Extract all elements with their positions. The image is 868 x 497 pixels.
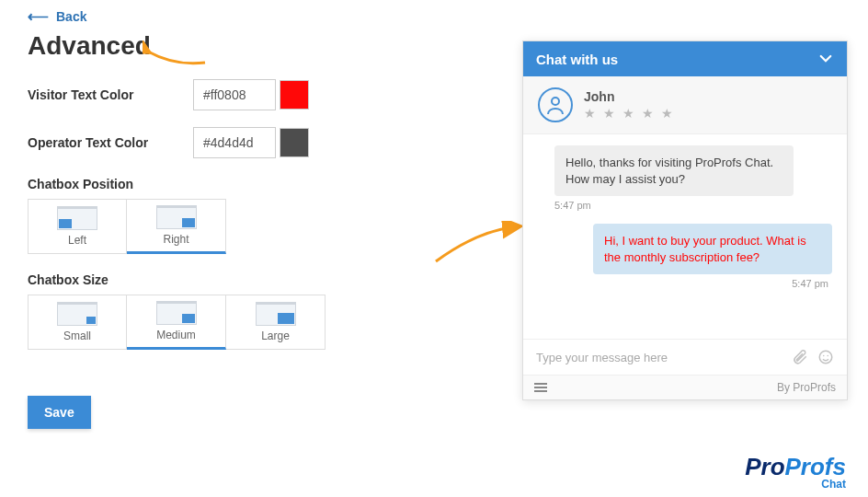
position-thumb-left-icon xyxy=(57,206,97,230)
chevron-down-icon xyxy=(817,51,834,67)
save-button[interactable]: Save xyxy=(28,396,91,429)
chat-preview: Chat with us John ★ ★ ★ ★ ★ Hello, thank… xyxy=(522,40,848,400)
chat-footer: By ProProfs xyxy=(523,375,847,399)
svg-point-0 xyxy=(552,98,559,105)
visitor-color-input[interactable] xyxy=(193,79,276,110)
brand-b: Profs xyxy=(785,453,846,480)
back-link[interactable]: ⟵ Back xyxy=(28,9,469,24)
svg-point-3 xyxy=(828,355,829,357)
size-option-label: Small xyxy=(63,329,91,342)
message-timestamp: 5:47 pm xyxy=(554,200,828,211)
visitor-color-label: Visitor Text Color xyxy=(28,87,193,102)
position-thumb-right-icon xyxy=(156,205,197,229)
operator-color-label: Operator Text Color xyxy=(28,135,193,150)
brand-a: Pro xyxy=(745,453,784,480)
message-operator: Hello, thanks for visiting ProProfs Chat… xyxy=(554,145,794,196)
size-thumb-small-icon xyxy=(57,302,97,326)
operator-meta: John ★ ★ ★ ★ ★ xyxy=(584,89,675,121)
message-visitor: Hi, I want to buy your product. What is … xyxy=(593,224,832,274)
settings-panel: ⟵ Back Advanced Visitor Text Color Opera… xyxy=(28,9,469,429)
chat-header[interactable]: Chat with us xyxy=(523,41,847,76)
avatar-icon xyxy=(538,87,573,122)
menu-icon[interactable] xyxy=(534,383,547,392)
back-arrow-icon: ⟵ xyxy=(28,9,49,24)
chat-footer-credit: By ProProfs xyxy=(777,381,836,394)
size-options: Small Medium Large xyxy=(28,295,469,350)
position-label: Chatbox Position xyxy=(28,177,469,191)
attachment-icon[interactable] xyxy=(792,349,808,365)
size-option-medium[interactable]: Medium xyxy=(127,295,226,350)
chat-operator-bar: John ★ ★ ★ ★ ★ xyxy=(523,76,847,134)
back-label: Back xyxy=(56,9,86,24)
position-option-label: Right xyxy=(163,233,188,246)
size-option-label: Large xyxy=(261,329,290,342)
position-options: Left Right xyxy=(28,199,469,254)
position-option-label: Left xyxy=(68,234,86,247)
position-option-left[interactable]: Left xyxy=(28,199,127,254)
svg-point-1 xyxy=(819,351,832,364)
chat-input-bar[interactable]: Type your message here xyxy=(523,339,847,375)
visitor-color-row: Visitor Text Color xyxy=(28,79,469,110)
operator-name: John xyxy=(584,89,675,104)
emoji-icon[interactable] xyxy=(817,349,834,365)
rating-stars[interactable]: ★ ★ ★ ★ ★ xyxy=(584,106,675,121)
size-label: Chatbox Size xyxy=(28,272,469,287)
size-thumb-medium-icon xyxy=(156,301,197,325)
page-title: Advanced xyxy=(28,31,469,61)
position-option-right[interactable]: Right xyxy=(127,199,226,254)
size-option-large[interactable]: Large xyxy=(226,295,326,350)
svg-point-2 xyxy=(823,355,825,357)
visitor-color-swatch[interactable] xyxy=(280,80,309,110)
operator-color-swatch[interactable] xyxy=(280,128,309,157)
brand-logo: ProProfs Chat xyxy=(745,455,846,490)
size-option-small[interactable]: Small xyxy=(28,295,127,350)
size-thumb-large-icon xyxy=(256,302,296,326)
operator-color-input[interactable] xyxy=(193,127,276,158)
chat-header-title: Chat with us xyxy=(536,52,618,67)
size-option-label: Medium xyxy=(156,329,196,341)
chat-input-placeholder: Type your message here xyxy=(536,351,782,364)
chat-body: Hello, thanks for visiting ProProfs Chat… xyxy=(523,134,847,339)
message-timestamp: 5:47 pm xyxy=(542,278,828,289)
operator-color-row: Operator Text Color xyxy=(28,127,469,158)
